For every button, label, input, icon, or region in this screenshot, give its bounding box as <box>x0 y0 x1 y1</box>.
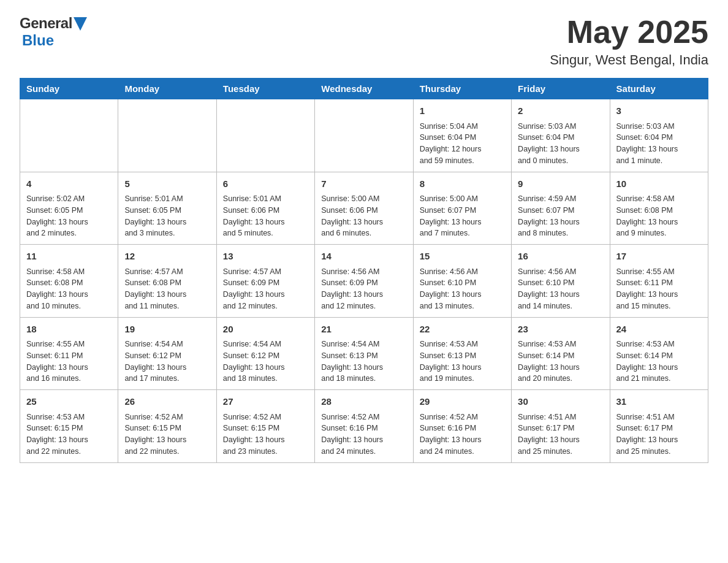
calendar-row-4: 25Sunrise: 4:53 AMSunset: 6:15 PMDayligh… <box>20 390 708 463</box>
day-info: Sunrise: 4:58 AMSunset: 6:08 PMDaylight:… <box>26 266 112 312</box>
calendar-cell: 26Sunrise: 4:52 AMSunset: 6:15 PMDayligh… <box>118 390 216 463</box>
day-info: Sunrise: 4:57 AMSunset: 6:09 PMDaylight:… <box>223 266 308 312</box>
day-info: Sunrise: 5:03 AMSunset: 6:04 PMDaylight:… <box>616 121 702 167</box>
calendar-cell: 18Sunrise: 4:55 AMSunset: 6:11 PMDayligh… <box>20 317 118 390</box>
calendar-cell: 9Sunrise: 4:59 AMSunset: 6:07 PMDaylight… <box>512 172 610 245</box>
day-info: Sunrise: 4:55 AMSunset: 6:11 PMDaylight:… <box>26 339 112 385</box>
day-number: 31 <box>616 395 702 409</box>
day-info: Sunrise: 5:00 AMSunset: 6:07 PMDaylight:… <box>420 193 505 239</box>
day-info: Sunrise: 5:04 AMSunset: 6:04 PMDaylight:… <box>420 121 505 167</box>
day-number: 20 <box>223 323 308 337</box>
calendar-cell: 17Sunrise: 4:55 AMSunset: 6:11 PMDayligh… <box>610 245 708 318</box>
calendar-cell: 31Sunrise: 4:51 AMSunset: 6:17 PMDayligh… <box>610 390 708 463</box>
calendar-cell: 19Sunrise: 4:54 AMSunset: 6:12 PMDayligh… <box>118 317 216 390</box>
weekday-header-row: SundayMondayTuesdayWednesdayThursdayFrid… <box>20 79 708 99</box>
weekday-header-wednesday: Wednesday <box>315 79 413 99</box>
day-info: Sunrise: 5:01 AMSunset: 6:06 PMDaylight:… <box>223 193 308 239</box>
calendar-cell: 11Sunrise: 4:58 AMSunset: 6:08 PMDayligh… <box>20 245 118 318</box>
day-info: Sunrise: 4:53 AMSunset: 6:13 PMDaylight:… <box>420 339 505 385</box>
calendar-cell: 12Sunrise: 4:57 AMSunset: 6:08 PMDayligh… <box>118 245 216 318</box>
day-info: Sunrise: 4:53 AMSunset: 6:14 PMDaylight:… <box>518 339 603 385</box>
calendar-cell: 5Sunrise: 5:01 AMSunset: 6:05 PMDaylight… <box>118 172 216 245</box>
calendar-cell: 14Sunrise: 4:56 AMSunset: 6:09 PMDayligh… <box>315 245 413 318</box>
page-header: General Blue May 2025 Singur, West Benga… <box>20 15 708 68</box>
day-number: 12 <box>124 250 210 264</box>
day-number: 11 <box>26 250 112 264</box>
calendar-cell: 30Sunrise: 4:51 AMSunset: 6:17 PMDayligh… <box>512 390 610 463</box>
day-number: 30 <box>518 395 603 409</box>
calendar-cell: 13Sunrise: 4:57 AMSunset: 6:09 PMDayligh… <box>216 245 314 318</box>
calendar-row-1: 4Sunrise: 5:02 AMSunset: 6:05 PMDaylight… <box>20 172 708 245</box>
weekday-header-sunday: Sunday <box>20 79 118 99</box>
calendar-cell: 8Sunrise: 5:00 AMSunset: 6:07 PMDaylight… <box>413 172 511 245</box>
day-number: 3 <box>616 104 702 118</box>
calendar-cell: 24Sunrise: 4:53 AMSunset: 6:14 PMDayligh… <box>610 317 708 390</box>
day-number: 16 <box>518 250 603 264</box>
day-info: Sunrise: 4:54 AMSunset: 6:12 PMDaylight:… <box>223 339 308 385</box>
calendar-cell: 27Sunrise: 4:52 AMSunset: 6:15 PMDayligh… <box>216 390 314 463</box>
day-info: Sunrise: 4:53 AMSunset: 6:15 PMDaylight:… <box>26 412 112 458</box>
day-number: 17 <box>616 250 702 264</box>
day-info: Sunrise: 4:51 AMSunset: 6:17 PMDaylight:… <box>518 412 603 458</box>
calendar-table: SundayMondayTuesdayWednesdayThursdayFrid… <box>20 78 708 463</box>
calendar-row-2: 11Sunrise: 4:58 AMSunset: 6:08 PMDayligh… <box>20 245 708 318</box>
calendar-cell: 28Sunrise: 4:52 AMSunset: 6:16 PMDayligh… <box>315 390 413 463</box>
calendar-cell: 1Sunrise: 5:04 AMSunset: 6:04 PMDaylight… <box>413 99 511 172</box>
day-info: Sunrise: 4:52 AMSunset: 6:15 PMDaylight:… <box>124 412 210 458</box>
calendar-cell: 29Sunrise: 4:52 AMSunset: 6:16 PMDayligh… <box>413 390 511 463</box>
day-number: 4 <box>26 177 112 191</box>
day-number: 23 <box>518 323 603 337</box>
month-title: May 2025 <box>550 15 708 50</box>
day-info: Sunrise: 4:57 AMSunset: 6:08 PMDaylight:… <box>124 266 210 312</box>
logo: General Blue <box>20 15 87 49</box>
calendar-cell: 10Sunrise: 4:58 AMSunset: 6:08 PMDayligh… <box>610 172 708 245</box>
calendar-cell: 2Sunrise: 5:03 AMSunset: 6:04 PMDaylight… <box>512 99 610 172</box>
weekday-header-tuesday: Tuesday <box>216 79 314 99</box>
day-info: Sunrise: 4:54 AMSunset: 6:12 PMDaylight:… <box>124 339 210 385</box>
day-number: 22 <box>420 323 505 337</box>
calendar-cell: 4Sunrise: 5:02 AMSunset: 6:05 PMDaylight… <box>20 172 118 245</box>
day-info: Sunrise: 4:54 AMSunset: 6:13 PMDaylight:… <box>321 339 406 385</box>
day-number: 24 <box>616 323 702 337</box>
day-number: 15 <box>420 250 505 264</box>
svg-marker-0 <box>74 17 87 31</box>
day-info: Sunrise: 4:58 AMSunset: 6:08 PMDaylight:… <box>616 193 702 239</box>
day-number: 9 <box>518 177 603 191</box>
day-number: 25 <box>26 395 112 409</box>
day-info: Sunrise: 4:51 AMSunset: 6:17 PMDaylight:… <box>616 412 702 458</box>
logo-triangle-icon <box>74 17 87 31</box>
day-number: 14 <box>321 250 406 264</box>
weekday-header-friday: Friday <box>512 79 610 99</box>
day-info: Sunrise: 4:56 AMSunset: 6:09 PMDaylight:… <box>321 266 406 312</box>
calendar-cell <box>216 99 314 172</box>
calendar-row-3: 18Sunrise: 4:55 AMSunset: 6:11 PMDayligh… <box>20 317 708 390</box>
logo-blue-text: Blue <box>22 32 54 49</box>
day-number: 29 <box>420 395 505 409</box>
calendar-cell <box>118 99 216 172</box>
day-number: 8 <box>420 177 505 191</box>
calendar-cell <box>20 99 118 172</box>
day-info: Sunrise: 4:59 AMSunset: 6:07 PMDaylight:… <box>518 193 603 239</box>
calendar-cell: 15Sunrise: 4:56 AMSunset: 6:10 PMDayligh… <box>413 245 511 318</box>
day-number: 13 <box>223 250 308 264</box>
day-number: 27 <box>223 395 308 409</box>
location-title: Singur, West Bengal, India <box>550 52 708 68</box>
day-info: Sunrise: 4:52 AMSunset: 6:16 PMDaylight:… <box>420 412 505 458</box>
day-info: Sunrise: 4:56 AMSunset: 6:10 PMDaylight:… <box>420 266 505 312</box>
day-info: Sunrise: 4:52 AMSunset: 6:16 PMDaylight:… <box>321 412 406 458</box>
weekday-header-monday: Monday <box>118 79 216 99</box>
calendar-cell: 23Sunrise: 4:53 AMSunset: 6:14 PMDayligh… <box>512 317 610 390</box>
day-info: Sunrise: 4:52 AMSunset: 6:15 PMDaylight:… <box>223 412 308 458</box>
day-number: 10 <box>616 177 702 191</box>
day-info: Sunrise: 4:55 AMSunset: 6:11 PMDaylight:… <box>616 266 702 312</box>
day-number: 28 <box>321 395 406 409</box>
weekday-header-saturday: Saturday <box>610 79 708 99</box>
day-info: Sunrise: 4:56 AMSunset: 6:10 PMDaylight:… <box>518 266 603 312</box>
title-area: May 2025 Singur, West Bengal, India <box>550 15 708 68</box>
calendar-cell: 21Sunrise: 4:54 AMSunset: 6:13 PMDayligh… <box>315 317 413 390</box>
calendar-row-0: 1Sunrise: 5:04 AMSunset: 6:04 PMDaylight… <box>20 99 708 172</box>
day-number: 5 <box>124 177 210 191</box>
calendar-cell: 6Sunrise: 5:01 AMSunset: 6:06 PMDaylight… <box>216 172 314 245</box>
day-number: 6 <box>223 177 308 191</box>
day-info: Sunrise: 5:00 AMSunset: 6:06 PMDaylight:… <box>321 193 406 239</box>
